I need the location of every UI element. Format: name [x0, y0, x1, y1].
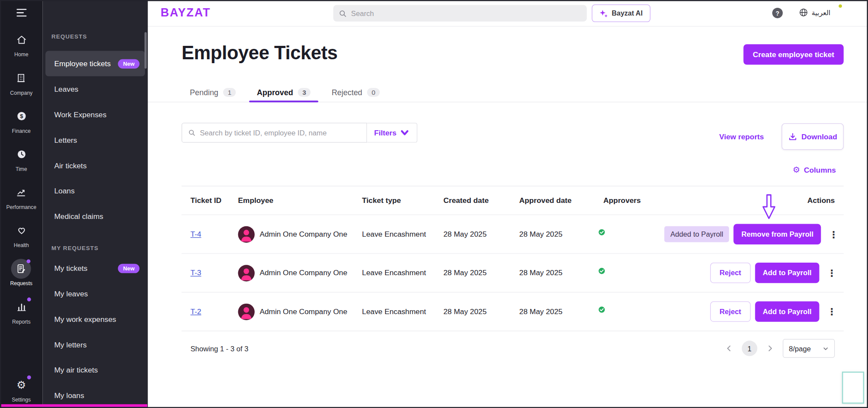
- view-reports-link[interactable]: View reports: [719, 133, 764, 141]
- employee-cell: Admin One Company One: [238, 303, 362, 320]
- rail-label: Finance: [12, 128, 31, 134]
- person-icon: [238, 226, 255, 242]
- row-menu-kebab-icon[interactable]: ⋮: [827, 306, 835, 317]
- row-menu-kebab-icon[interactable]: ⋮: [829, 228, 837, 240]
- employee-name: Admin One Company One: [259, 230, 347, 238]
- tab-approved[interactable]: Approved 3: [257, 83, 311, 102]
- page-size-value: 8/page: [789, 344, 811, 353]
- columns-button[interactable]: ⚙ Columns: [793, 166, 836, 174]
- sparkle-icon: [599, 9, 608, 17]
- rail-label: Reports: [12, 318, 31, 324]
- global-search[interactable]: [333, 5, 586, 22]
- header-ticket-type: Ticket type: [362, 196, 444, 205]
- table-row: T-2 Admin One Company One Leave Encashme…: [181, 292, 844, 331]
- created-date-cell: 28 May 2025: [444, 230, 519, 238]
- status-tabs: Pending 1 Approved 3 Rejected 0: [148, 83, 868, 103]
- sidebar-section-title-requests: REQUESTS: [42, 33, 148, 40]
- main-area: BAYZAT Bayzat AI ? العربية: [148, 0, 868, 408]
- download-button[interactable]: Download: [782, 123, 844, 150]
- sidebar-item-my-work-expenses[interactable]: My work expenses: [45, 306, 145, 332]
- page-size-select[interactable]: 8/page: [783, 339, 835, 357]
- filters-button[interactable]: Filters: [367, 123, 417, 143]
- sidebar-item-my-leaves[interactable]: My leaves: [45, 281, 145, 306]
- hamburger-menu-icon[interactable]: [16, 9, 26, 16]
- sidebar-item-label: My tickets: [54, 264, 87, 272]
- created-date-cell: 28 May 2025: [444, 308, 519, 316]
- tab-rejected[interactable]: Rejected 0: [332, 83, 380, 102]
- sidebar-item-label: Air tickets: [54, 161, 87, 170]
- rail-item-finance[interactable]: $ Finance: [11, 106, 31, 134]
- chevron-down-icon: [823, 345, 829, 351]
- add-to-payroll-button[interactable]: Add to Payroll: [755, 302, 819, 322]
- ticket-id-link[interactable]: T-2: [191, 308, 201, 316]
- sidebar-item-air-tickets[interactable]: Air tickets: [45, 153, 145, 178]
- employee-name: Admin One Company One: [259, 308, 347, 316]
- ticket-search-group: Filters: [181, 123, 417, 143]
- employee-avatar: [238, 226, 255, 242]
- ticket-id-cell: T-2: [191, 308, 238, 316]
- row-menu-kebab-icon[interactable]: ⋮: [827, 267, 835, 279]
- gear-glyph: ⚙: [16, 379, 26, 390]
- rail-item-company[interactable]: Company: [10, 68, 32, 96]
- reject-button[interactable]: Reject: [710, 263, 751, 283]
- rail-item-time[interactable]: Time: [11, 145, 31, 172]
- sidebar-item-work-expenses[interactable]: Work Expenses: [45, 102, 145, 127]
- language-switcher[interactable]: العربية: [799, 8, 830, 17]
- sidebar-item-loans[interactable]: Loans: [45, 178, 145, 204]
- sidebar-item-my-tickets[interactable]: My tickets New: [45, 255, 145, 281]
- rail-item-reports[interactable]: Reports: [11, 297, 31, 324]
- tab-count-badge: 1: [223, 88, 236, 96]
- reject-button[interactable]: Reject: [710, 302, 751, 322]
- sidebar-item-leaves[interactable]: Leaves: [45, 76, 145, 102]
- tab-pending[interactable]: Pending 1: [190, 83, 236, 102]
- sidebar-item-medical-claims[interactable]: Medical claims: [45, 203, 145, 229]
- rail-label: Time: [16, 166, 27, 172]
- ticket-id-link[interactable]: T-3: [191, 269, 201, 277]
- ticket-search[interactable]: [181, 123, 367, 143]
- search-icon: [339, 9, 347, 17]
- rail-item-settings[interactable]: ⚙ Settings: [11, 375, 31, 403]
- sidebar-item-employee-tickets[interactable]: Employee tickets New: [45, 51, 145, 77]
- ticket-search-input[interactable]: [200, 129, 360, 137]
- company-icon: [11, 68, 31, 88]
- rail-item-home[interactable]: Home: [11, 30, 31, 58]
- rail-label: Performance: [6, 204, 36, 210]
- header-approvers: Approvers: [603, 196, 664, 205]
- bayzat-ai-button[interactable]: Bayzat AI: [592, 4, 650, 22]
- sidebar-item-label: My air tickets: [54, 366, 98, 374]
- sidebar-item-my-letters[interactable]: My letters: [45, 332, 145, 357]
- actions-cell: Added to Payroll Remove from Payroll ⋮: [664, 224, 837, 244]
- header-approved-date: Approved date: [519, 196, 603, 205]
- create-employee-ticket-button[interactable]: Create employee ticket: [743, 44, 843, 64]
- rail-item-health[interactable]: Health: [11, 221, 31, 248]
- help-button[interactable]: ?: [772, 8, 783, 18]
- employee-avatar: [238, 265, 255, 281]
- previous-page-button[interactable]: [725, 344, 733, 352]
- new-badge: New: [118, 263, 139, 273]
- tab-label: Approved: [257, 88, 293, 96]
- rail-item-requests[interactable]: Requests: [10, 259, 32, 286]
- page-number-button[interactable]: 1: [742, 341, 758, 356]
- reports-chart-icon: [11, 297, 31, 317]
- sidebar-item-letters[interactable]: Letters: [45, 127, 145, 153]
- requests-sidebar: REQUESTS Employee tickets New Leaves Wor…: [42, 0, 148, 408]
- add-to-payroll-button[interactable]: Add to Payroll: [755, 263, 819, 283]
- user-avatar[interactable]: [842, 4, 859, 22]
- remove-from-payroll-button[interactable]: Remove from Payroll: [734, 224, 821, 244]
- rail-item-performance[interactable]: Performance: [6, 183, 36, 210]
- tickets-table: Ticket ID Employee Ticket type Created d…: [181, 186, 844, 331]
- filters-label: Filters: [374, 129, 397, 137]
- columns-label: Columns: [804, 166, 836, 174]
- bayzat-logo[interactable]: BAYZAT: [161, 6, 211, 19]
- rail-label: Health: [14, 242, 29, 248]
- approved-date-cell: 28 May 2025: [519, 230, 603, 238]
- page-content: Employee Tickets Create employee ticket …: [148, 26, 868, 408]
- global-search-input[interactable]: [351, 9, 581, 17]
- ticket-id-link[interactable]: T-4: [191, 230, 201, 238]
- next-page-button[interactable]: [766, 344, 774, 352]
- sidebar-scrollbar[interactable]: [145, 32, 147, 68]
- sidebar-item-my-air-tickets[interactable]: My air tickets: [45, 357, 145, 383]
- performance-icon: [11, 183, 31, 202]
- notification-dot: [27, 259, 31, 263]
- notification-dot: [27, 376, 31, 379]
